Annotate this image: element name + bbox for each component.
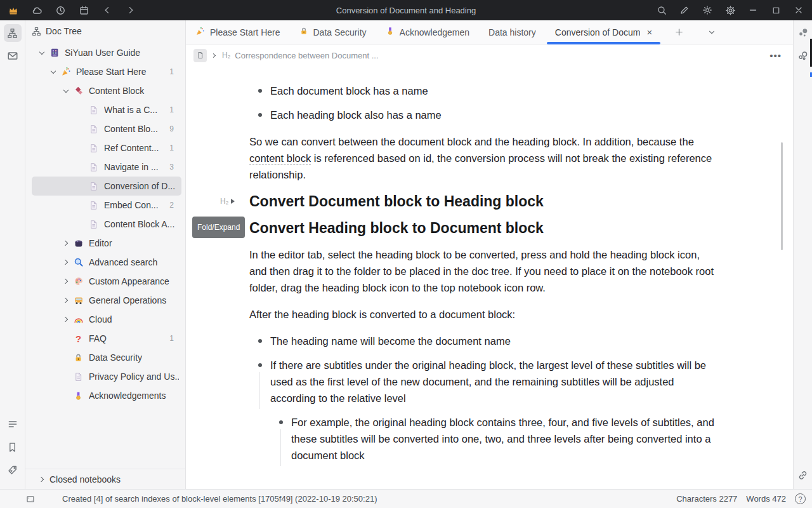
more-options-button[interactable]: ••• <box>766 50 785 61</box>
list-item[interactable]: The heading name will become the documen… <box>249 333 717 349</box>
tab-close-icon[interactable]: × <box>646 27 652 37</box>
chevron-placeholder <box>61 386 71 405</box>
heading-convert-heading-to-document[interactable]: Convert Heading block to Document block <box>249 220 717 236</box>
content-block-icon <box>72 85 84 97</box>
chevron-down-icon[interactable] <box>61 81 71 100</box>
doctree-item-privacy-policy[interactable]: Privacy Policy and Us... <box>32 367 181 386</box>
outline-icon[interactable] <box>4 415 22 433</box>
chevron-right-icon[interactable] <box>61 310 71 329</box>
closed-notebooks-label: Closed notebooks <box>49 474 121 485</box>
doctree-item-content-block-a[interactable]: Content Block A... <box>32 215 181 234</box>
inbox-mail-icon[interactable] <box>4 47 22 65</box>
chevron-down-icon[interactable] <box>37 43 47 62</box>
chevron-right-icon[interactable] <box>61 253 71 272</box>
bullet-dot <box>258 363 262 367</box>
document-content[interactable]: Each document block has a name Each head… <box>186 66 793 489</box>
minimize-icon[interactable] <box>746 3 760 17</box>
doctree-item-what-is-a-c[interactable]: What is a C... 1 <box>32 100 181 119</box>
party-popper-icon <box>60 66 72 77</box>
search-icon[interactable] <box>655 3 669 17</box>
heading-gutter[interactable]: H₂ <box>220 193 235 210</box>
breadcrumb-doc-icon[interactable] <box>193 49 207 62</box>
tab-bar: Please Start Here Data Security Acknowle… <box>186 20 793 44</box>
rainbow-icon <box>72 314 84 325</box>
heading-convert-document-to-heading[interactable]: H₂ Fold/Expand Convert Document block to… <box>249 193 717 210</box>
tab-list-chevron-down-icon[interactable] <box>704 24 720 41</box>
doctree-item-content-blo[interactable]: Content Blo... 9 <box>32 119 181 138</box>
doc-tree-panel: Doc Tree SiYuan User Guide Please Start … <box>25 20 186 489</box>
tab-acknowledgements[interactable]: Acknowledgemen <box>376 20 480 44</box>
status-export-icon[interactable] <box>25 494 36 504</box>
magnifier-icon <box>72 257 84 268</box>
theme-sun-icon[interactable] <box>700 3 714 17</box>
global-graph-icon[interactable] <box>796 48 811 64</box>
doc-count: 3 <box>169 163 179 171</box>
backlinks-link-icon[interactable] <box>796 467 811 483</box>
back-icon[interactable] <box>100 3 114 17</box>
doctree-item-custom-appearance[interactable]: Custom Appearance <box>32 272 181 291</box>
doctree-item-faq[interactable]: ? FAQ 1 <box>32 329 181 348</box>
characters-count: Characters 2277 <box>676 494 737 504</box>
ink-pad-icon <box>72 237 84 249</box>
close-icon[interactable] <box>792 3 806 17</box>
doctree-item-data-security[interactable]: Data Security <box>32 348 181 367</box>
forward-icon[interactable] <box>124 3 138 17</box>
doctree-item-ref-content[interactable]: Ref Content... 1 <box>32 138 181 157</box>
chevron-right-icon <box>38 470 46 489</box>
doc-tree-dock-icon[interactable] <box>4 24 22 42</box>
paragraph[interactable]: In the editor tab, select the heading bl… <box>249 246 717 296</box>
paragraph[interactable]: So we can convert between the document b… <box>249 133 717 183</box>
list-item[interactable]: Each heading block also has a name <box>249 107 717 123</box>
doctree-item-embed-con[interactable]: Embed Con... 2 <box>32 196 181 215</box>
editor-scrollbar[interactable] <box>781 142 783 250</box>
doc-count: 1 <box>169 144 179 152</box>
right-dock <box>793 20 812 489</box>
sync-cloud-icon[interactable] <box>30 3 44 17</box>
edit-pencil-icon[interactable] <box>678 3 691 17</box>
breadcrumb-heading-level: H₂ <box>222 51 230 60</box>
maximize-icon[interactable] <box>769 3 783 17</box>
history-icon[interactable] <box>53 3 67 17</box>
chevron-right-icon[interactable] <box>61 291 71 310</box>
tab-data-history[interactable]: Data history <box>479 20 546 44</box>
workspace-crown-icon[interactable] <box>6 3 20 17</box>
doctree-item-navigate-in[interactable]: Navigate in ... 3 <box>32 157 181 177</box>
doctree-item-editor[interactable]: Editor <box>32 234 181 253</box>
list-item[interactable]: For example, the original heading block … <box>270 414 717 464</box>
daily-note-calendar-icon[interactable] <box>77 3 91 17</box>
breadcrumb-text[interactable]: Correspondence between Document ... <box>235 51 378 60</box>
chevron-right-icon[interactable] <box>61 234 71 253</box>
paragraph[interactable]: After the heading block is converted to … <box>249 306 717 323</box>
medal-icon <box>72 390 84 401</box>
new-tab-button[interactable] <box>671 24 687 41</box>
party-popper-icon <box>195 27 205 38</box>
help-icon[interactable]: ? <box>795 493 806 504</box>
document-icon <box>88 218 100 230</box>
lock-icon <box>299 27 308 37</box>
list-item[interactable]: If there are subtitles under the origina… <box>249 357 717 406</box>
doctree-item-general-operations[interactable]: General Operations <box>32 291 181 310</box>
doctree-item-acknowledgements[interactable]: Acknowledgements <box>32 386 181 405</box>
chevron-down-icon[interactable] <box>48 62 58 81</box>
doctree-item-content-block[interactable]: Content Block <box>32 81 181 100</box>
fold-triangle-icon[interactable] <box>231 199 235 204</box>
bookmark-icon[interactable] <box>4 438 22 456</box>
doctree-item-cloud[interactable]: Cloud <box>32 310 181 329</box>
doctree-item-please-start-here[interactable]: Please Start Here 1 <box>32 62 181 81</box>
closed-notebooks-toggle[interactable]: Closed notebooks <box>25 469 185 489</box>
graph-view-icon[interactable] <box>796 25 811 41</box>
settings-gear-icon[interactable] <box>723 3 737 17</box>
tab-data-security[interactable]: Data Security <box>290 20 376 44</box>
doctree-item-advanced-search[interactable]: Advanced search <box>32 253 181 272</box>
doctree-item-siyuan-user-guide[interactable]: SiYuan User Guide <box>32 43 181 62</box>
tag-icon[interactable] <box>4 461 22 479</box>
list-item[interactable]: Each document block has a name <box>249 83 717 99</box>
bullet-dot <box>279 420 283 424</box>
chevron-right-icon[interactable] <box>61 272 71 291</box>
heading-level-label: H₂ <box>220 193 228 210</box>
block-ref-link[interactable]: content block <box>249 152 311 164</box>
tab-conversion-of-document[interactable]: Conversion of Docum × <box>546 20 662 44</box>
doctree-item-conversion-of-d[interactable]: Conversion of D... <box>32 177 181 196</box>
tab-please-start-here[interactable]: Please Start Here <box>186 20 290 44</box>
doc-count: 9 <box>169 124 179 133</box>
